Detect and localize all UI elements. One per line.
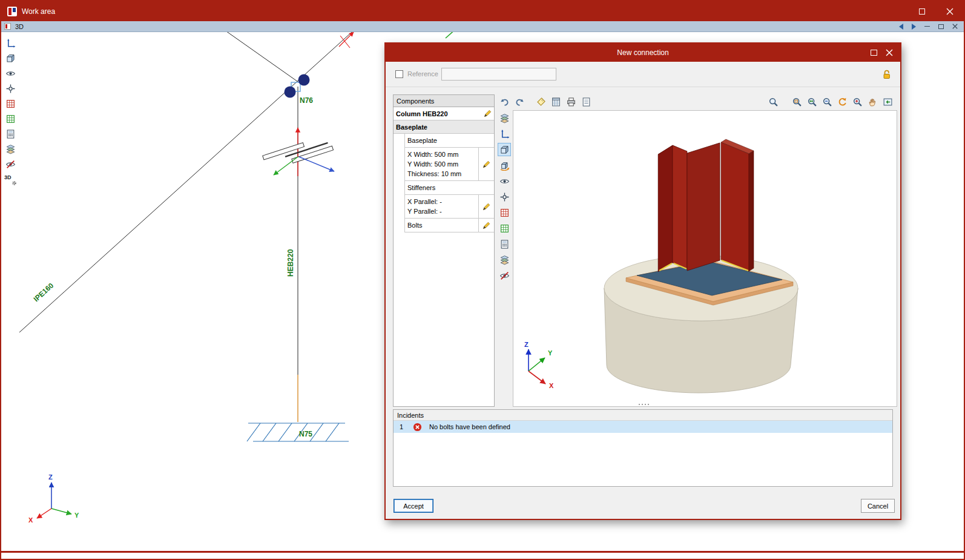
- column-label: HEB220: [286, 249, 295, 277]
- report-table-button[interactable]: [550, 96, 562, 108]
- vp-axis-x-label: X: [549, 382, 554, 389]
- anchor-icon: [499, 192, 510, 202]
- document-icon: [581, 97, 591, 107]
- stiffeners-values-row[interactable]: X Parallel: - Y Parallel: -: [405, 195, 494, 219]
- mdi-close-icon[interactable]: [952, 24, 958, 29]
- 3d-settings-tool[interactable]: 3D: [3, 173, 18, 186]
- mdi-maximize-icon[interactable]: [938, 24, 944, 29]
- stiffeners-row[interactable]: Stiffeners: [405, 181, 494, 195]
- report-button[interactable]: [580, 96, 593, 108]
- baseplate-thickness: Thickness: 10 mm: [407, 169, 476, 179]
- sections-table-tool[interactable]: [4, 97, 17, 110]
- zoom-in-button[interactable]: [851, 96, 864, 108]
- node-n76-marker[interactable]: [285, 74, 310, 98]
- zoom-window-icon: [792, 97, 802, 107]
- axes-tool[interactable]: [498, 127, 511, 140]
- edit-pencil-icon[interactable]: [482, 160, 491, 169]
- bolts-row[interactable]: Bolts: [405, 219, 494, 232]
- refresh-icon: [837, 97, 848, 107]
- edit-pencil-icon[interactable]: [482, 202, 491, 211]
- splitter-dots[interactable]: [639, 404, 649, 405]
- axis-z-label: Z: [48, 473, 53, 481]
- maximize-button[interactable]: [908, 1, 936, 21]
- eye-off-icon: [499, 271, 510, 281]
- layers2-tool[interactable]: [498, 253, 511, 266]
- search-button[interactable]: [767, 96, 780, 108]
- component-column-row[interactable]: Column HEB220: [394, 107, 494, 120]
- baseplate-y-width: Y Width: 500 mm: [407, 159, 476, 169]
- gear-icon: [11, 180, 18, 186]
- connection-3d-viewport[interactable]: Z Y X: [513, 110, 897, 407]
- tag-button[interactable]: [535, 96, 547, 108]
- center-view-tool[interactable]: [498, 190, 511, 203]
- incident-index: 1: [394, 423, 409, 430]
- vp-axis-z-label: Z: [524, 341, 529, 348]
- solid-view-tool[interactable]: [498, 143, 511, 156]
- checks-table-tool[interactable]: [4, 113, 17, 125]
- layers-tool[interactable]: [498, 111, 511, 125]
- center-view-tool[interactable]: [4, 82, 17, 94]
- visibility-tool[interactable]: [498, 174, 511, 188]
- mdi-minimize-icon[interactable]: [924, 26, 930, 27]
- reference-row: Reference: [386, 62, 900, 87]
- layers-tool[interactable]: [4, 143, 17, 155]
- incident-row[interactable]: 1 No bolts have been defined: [394, 421, 892, 433]
- redo-icon: [515, 97, 525, 107]
- dialog-maximize-icon[interactable]: [871, 50, 877, 56]
- redraw-button[interactable]: [836, 96, 849, 108]
- hide-elements-tool[interactable]: [4, 158, 17, 170]
- zoom-window-button[interactable]: [791, 96, 803, 108]
- checks-table-tool[interactable]: [498, 222, 511, 235]
- hide-elements-tool[interactable]: [498, 269, 511, 282]
- calculation-tool[interactable]: [498, 237, 511, 251]
- lock-button[interactable]: [880, 67, 893, 81]
- sections-table-tool[interactable]: [498, 206, 511, 219]
- node-label-n75: N75: [299, 430, 312, 438]
- viewport-toolbar: [498, 94, 894, 109]
- baseplate-dimensions-row[interactable]: X Width: 500 mm Y Width: 500 mm Thicknes…: [405, 148, 494, 181]
- pan-button[interactable]: [866, 96, 879, 108]
- scene-axis-triad: Z Y X: [28, 473, 79, 524]
- nav-previous-icon[interactable]: [899, 24, 903, 30]
- component-column-label: Column HEB220: [396, 110, 448, 117]
- stiffeners-y-parallel: Y Parallel: -: [407, 206, 476, 216]
- undo-button[interactable]: [498, 96, 511, 108]
- search-icon: [768, 97, 779, 107]
- incidents-header: Incidents: [394, 410, 892, 421]
- printer-icon: [566, 97, 576, 107]
- visibility-tool[interactable]: [4, 67, 17, 79]
- close-button[interactable]: [936, 1, 964, 21]
- connection-symbol: [263, 128, 334, 176]
- redo-button[interactable]: [513, 96, 526, 108]
- components-header: Components: [394, 95, 494, 107]
- maximize-icon: [919, 8, 925, 15]
- node-label-n76: N76: [300, 96, 313, 105]
- viewport-axis-triad: Z Y X: [524, 341, 554, 389]
- accept-button[interactable]: Accept: [394, 499, 433, 513]
- pan-hand-icon: [868, 97, 878, 107]
- axes-tool[interactable]: [4, 37, 17, 49]
- isometric-view-tool[interactable]: [4, 52, 17, 64]
- dialog-titlebar[interactable]: New connection: [386, 44, 900, 62]
- dialog-close-icon[interactable]: [886, 49, 893, 56]
- calculation-tool[interactable]: [4, 128, 17, 140]
- orbit-tool[interactable]: [498, 159, 511, 172]
- zoom-out-button[interactable]: [821, 96, 834, 108]
- steel-column: [658, 139, 754, 272]
- edit-pencil-icon[interactable]: [483, 109, 492, 118]
- zoom-extents-icon: [807, 97, 817, 107]
- baseplate-row[interactable]: Baseplate: [405, 134, 494, 148]
- print-button[interactable]: [565, 96, 578, 108]
- reference-checkbox[interactable]: [395, 70, 403, 78]
- nav-next-icon[interactable]: [912, 24, 916, 30]
- stiffeners-x-parallel: X Parallel: -: [407, 197, 476, 206]
- main-titlebar: Work area: [1, 1, 964, 21]
- components-panel: Components Column HEB220 Baseplate Basep…: [393, 94, 495, 407]
- view-toolbar: 3D: [1, 32, 19, 551]
- edit-pencil-icon[interactable]: [482, 221, 491, 230]
- cancel-button[interactable]: Cancel: [861, 499, 895, 513]
- zoom-extents-button[interactable]: [806, 96, 818, 108]
- reference-input[interactable]: [441, 68, 556, 81]
- mdi-titlebar: 3D: [1, 21, 964, 32]
- previous-view-button[interactable]: [881, 96, 894, 108]
